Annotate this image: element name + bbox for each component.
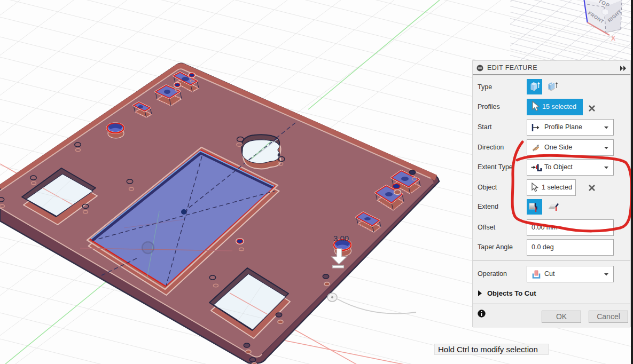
svg-text:X: X — [611, 35, 615, 42]
svg-text:3.00: 3.00 — [333, 234, 349, 243]
